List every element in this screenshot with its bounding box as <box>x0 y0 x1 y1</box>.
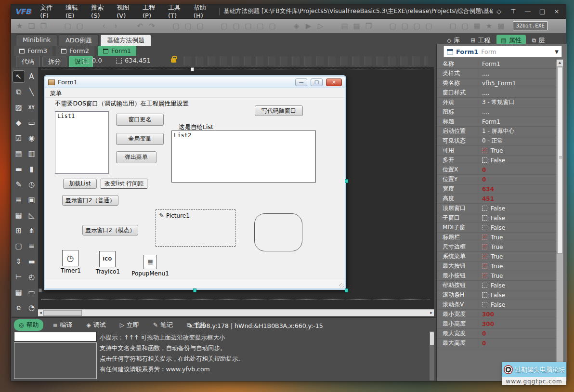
tab-form2[interactable]: Form2 <box>56 46 94 56</box>
pin-icon[interactable]: ⊤ <box>507 7 520 16</box>
minimize-icon[interactable]: — <box>522 7 534 16</box>
property-value[interactable]: 3 - 常规窗口 <box>478 98 515 106</box>
checkbox-icon[interactable] <box>482 292 487 298</box>
property-value[interactable]: True <box>478 253 503 260</box>
picture-tool-icon[interactable]: ▨ <box>13 102 25 113</box>
property-row[interactable]: 标题 Form1 <box>437 117 563 127</box>
resize-handle-right[interactable] <box>345 179 348 183</box>
line-spacing-label[interactable]: 改变list 行间距 <box>101 179 147 189</box>
picture1-control[interactable]: ✎Picture1 <box>156 209 235 247</box>
chevron-down-icon[interactable]: ▼ <box>555 49 559 54</box>
popup-menu-button[interactable]: 弹出菜单 <box>116 151 157 163</box>
checkbox-icon[interactable] <box>482 206 487 211</box>
separator[interactable] <box>327 20 338 31</box>
menu-tool-icon[interactable]: ≣ <box>13 194 25 206</box>
property-row[interactable]: 滚动条H False <box>437 290 563 300</box>
property-value[interactable]: True <box>478 147 503 154</box>
tree-tool-icon[interactable]: ⋔ <box>26 225 38 236</box>
list1-listbox[interactable]: List1 <box>55 111 109 174</box>
chart-tool-icon[interactable]: ◺ <box>26 209 38 221</box>
files-icon[interactable]: ❒ <box>363 20 374 31</box>
property-value[interactable]: 300 <box>478 311 494 318</box>
separator[interactable] <box>279 20 290 31</box>
property-value[interactable]: Form1 <box>478 61 500 67</box>
tab-help[interactable]: ◎帮助 <box>14 319 43 331</box>
tab-ado[interactable]: ADO例题 <box>59 34 99 46</box>
checkbox-icon[interactable] <box>482 157 487 163</box>
property-row[interactable]: 最小宽度 300 <box>437 310 563 319</box>
shape-tool-icon[interactable]: ⧉ <box>13 86 25 98</box>
property-row[interactable]: 高度 451 <box>437 194 563 204</box>
checkbox-icon[interactable] <box>482 302 487 307</box>
tab-basic-methods[interactable]: 基础方法例题 <box>100 34 151 46</box>
new-project-icon[interactable]: ❏ <box>26 20 37 31</box>
property-row[interactable]: 宽度 634 <box>437 184 563 194</box>
save-icon[interactable]: ▢ <box>62 20 73 31</box>
list2-listbox[interactable]: List2 <box>171 131 316 183</box>
scroll-up-icon[interactable]: ▲ <box>557 60 563 66</box>
trayico1-component[interactable]: ICO <box>99 251 116 267</box>
run-icon[interactable]: ▶ <box>303 20 314 31</box>
property-value[interactable]: False <box>478 301 505 308</box>
timer-tool-icon[interactable]: ◷ <box>26 179 38 190</box>
property-row[interactable]: 名称 Form1 <box>437 59 563 69</box>
property-row[interactable]: 图标 .... <box>437 107 563 117</box>
pen-tool-icon[interactable]: ✎ <box>13 179 25 190</box>
pointer-tool-icon[interactable]: ↖ <box>13 71 25 82</box>
property-value[interactable]: False <box>478 205 505 212</box>
open-project-icon[interactable]: ❒ <box>38 20 49 31</box>
tab-form1[interactable]: Form1 <box>98 46 136 56</box>
property-value[interactable]: .... <box>478 90 489 96</box>
form-close-icon[interactable]: × <box>326 78 342 86</box>
menu-view[interactable]: 视图(V) <box>112 1 138 21</box>
property-value[interactable]: 451 <box>478 196 494 202</box>
tab-immediate[interactable]: ▷立即 <box>115 319 144 331</box>
property-row[interactable]: 子窗口 False <box>437 213 563 223</box>
property-row[interactable]: 顶层窗口 False <box>437 204 563 213</box>
menu-project[interactable]: 工程(P) <box>138 1 164 21</box>
property-row[interactable]: 最小按钮 True <box>437 271 563 281</box>
property-row[interactable]: 尺寸边框 True <box>437 242 563 252</box>
designed-form-menubar[interactable]: 菜单 <box>45 88 345 98</box>
canvas-hscrollbar[interactable]: ◂ ▸ <box>38 309 434 316</box>
property-row[interactable]: MDI子窗 False <box>437 223 563 233</box>
tab-debug[interactable]: ◈调试 <box>82 319 111 331</box>
property-value[interactable]: 300 <box>478 321 494 327</box>
property-row[interactable]: 最大按钮 True <box>437 261 563 271</box>
slider-tool-icon[interactable]: ⊢ <box>13 271 25 283</box>
checkbox-icon[interactable] <box>482 225 487 230</box>
property-value[interactable]: False <box>478 224 505 231</box>
menu-file[interactable]: 文件(F) <box>36 1 61 21</box>
tab-miniblink[interactable]: Miniblink <box>16 34 57 46</box>
show-window2-normal-button[interactable]: 显示窗口2（普通） <box>62 195 118 206</box>
tool-e-icon[interactable]: ▢ <box>447 20 458 31</box>
property-row[interactable]: 可见状态 0 - 正常 <box>437 136 563 146</box>
property-row[interactable]: 标题栏 True <box>437 233 563 242</box>
page-tool-icon[interactable]: ▢ <box>13 240 25 252</box>
grid-tool-icon[interactable]: ▦ <box>13 209 25 221</box>
property-value[interactable]: 0 <box>478 340 486 347</box>
checkbox-icon[interactable] <box>482 283 487 288</box>
comment-icon[interactable]: ▢ <box>243 20 254 31</box>
scroll-left-icon[interactable]: ◂ <box>39 310 42 315</box>
designed-form-titlebar[interactable]: Form1 —□× <box>45 77 345 88</box>
separator[interactable] <box>122 20 133 31</box>
outdent-icon[interactable]: ▢ <box>231 20 242 31</box>
lock-icon[interactable] <box>171 58 176 63</box>
run-alt-icon[interactable]: ▷ <box>315 20 326 31</box>
resize-handle-bottom[interactable] <box>193 288 196 292</box>
close-icon[interactable]: × <box>550 7 563 16</box>
indent-icon[interactable]: ▢ <box>219 20 230 31</box>
property-value[interactable]: 0 <box>478 176 486 183</box>
property-value[interactable]: .... <box>478 70 489 77</box>
ie-browser-tool-icon[interactable]: e <box>13 302 25 314</box>
property-value[interactable]: False <box>478 157 505 164</box>
checkbox-icon[interactable] <box>482 273 487 278</box>
object-selector[interactable]: Form1 Form ▼ <box>444 46 562 57</box>
form-minimize-icon[interactable]: — <box>295 78 307 86</box>
rename-window-button[interactable]: 窗口更名 <box>116 114 164 126</box>
calendar-tool-icon[interactable]: ▦ <box>13 287 25 298</box>
images-icon[interactable]: ▦ <box>351 20 362 31</box>
property-row[interactable]: 位置X 0 <box>437 165 563 175</box>
bottom-scroll-thumb[interactable] <box>430 332 434 345</box>
